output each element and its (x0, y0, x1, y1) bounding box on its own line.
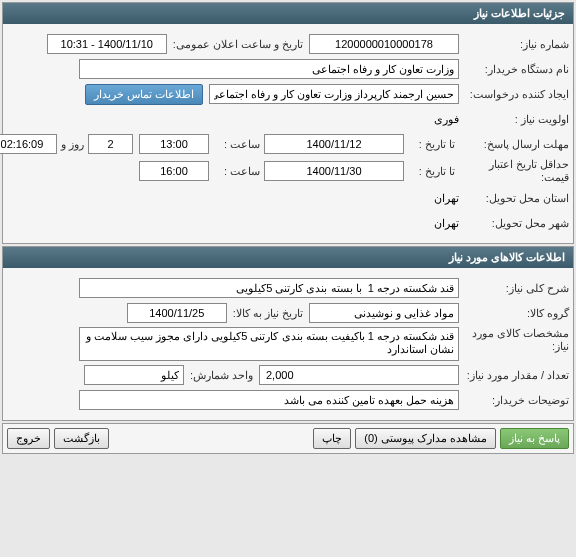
delivery-city-value: تهران (434, 217, 459, 230)
goods-body: شرح کلی نیاز: گروه کالا: تاریخ نیاز به ک… (3, 268, 573, 420)
attachments-button[interactable]: مشاهده مدارک پیوستی (0) (355, 428, 496, 449)
respond-button[interactable]: پاسخ به نیاز (500, 428, 569, 449)
priority-value: فوری (434, 113, 459, 126)
need-no-label: شماره نیاز: (459, 38, 569, 51)
buyer-notes-input[interactable] (79, 390, 459, 410)
row-deadline-send: مهلت ارسال پاسخ: تا تاریخ : ساعت : روز و… (7, 133, 569, 155)
row-spec: مشخصات کالای مورد نیاز: (7, 327, 569, 361)
price-valid-time-input[interactable] (139, 161, 209, 181)
row-price-valid: حداقل تاریخ اعتبار قیمت: تا تاریخ : ساعت… (7, 158, 569, 184)
days-remaining-input[interactable] (88, 134, 133, 154)
unit-input[interactable] (84, 365, 184, 385)
exit-button[interactable]: خروج (7, 428, 50, 449)
row-delivery-prov: استان محل تحویل: تهران (7, 187, 569, 209)
announce-input[interactable] (47, 34, 167, 54)
row-general-desc: شرح کلی نیاز: (7, 277, 569, 299)
qty-input[interactable] (259, 365, 459, 385)
back-button[interactable]: بازگشت (54, 428, 109, 449)
until-label-1: تا تاریخ : (404, 138, 459, 151)
need-details-panel: جزئیات اطلاعات نیاز شماره نیاز: تاریخ و … (2, 2, 574, 244)
spec-label: مشخصات کالای مورد نیاز: (459, 327, 569, 353)
print-button[interactable]: چاپ (313, 428, 351, 449)
goods-group-label: گروه کالا: (459, 307, 569, 320)
deadline-send-label: مهلت ارسال پاسخ: (459, 138, 569, 151)
hour-label-1: ساعت : (209, 138, 264, 151)
need-no-input[interactable] (309, 34, 459, 54)
deadline-send-time-input[interactable] (139, 134, 209, 154)
general-desc-input[interactable] (79, 278, 459, 298)
spec-textarea[interactable] (79, 327, 459, 361)
days-and-label: روز و (57, 138, 88, 151)
requester-input[interactable] (209, 84, 459, 104)
deadline-send-date-input[interactable] (264, 134, 404, 154)
need-by-label: تاریخ نیاز به کالا: (227, 307, 309, 320)
row-need-no: شماره نیاز: تاریخ و ساعت اعلان عمومی: (7, 33, 569, 55)
row-priority: اولویت نیاز : فوری (7, 108, 569, 130)
announce-label: تاریخ و ساعت اعلان عمومی: (167, 38, 309, 51)
general-desc-label: شرح کلی نیاز: (459, 282, 569, 295)
delivery-prov-value: تهران (434, 192, 459, 205)
priority-label: اولویت نیاز : (459, 113, 569, 126)
buyer-org-label: نام دستگاه خریدار: (459, 63, 569, 76)
footer-toolbar: پاسخ به نیاز مشاهده مدارک پیوستی (0) چاپ… (2, 423, 574, 454)
delivery-prov-label: استان محل تحویل: (459, 192, 569, 205)
goods-group-input[interactable] (309, 303, 459, 323)
need-details-body: شماره نیاز: تاریخ و ساعت اعلان عمومی: نا… (3, 24, 573, 243)
price-valid-date-input[interactable] (264, 161, 404, 181)
row-goods-group: گروه کالا: تاریخ نیاز به کالا: (7, 302, 569, 324)
row-buyer-notes: توضیحات خریدار: (7, 389, 569, 411)
buyer-org-input[interactable] (79, 59, 459, 79)
hour-label-2: ساعت : (209, 165, 264, 178)
row-buyer-org: نام دستگاه خریدار: (7, 58, 569, 80)
buyer-contact-button[interactable]: اطلاعات تماس خریدار (85, 84, 203, 105)
buyer-notes-label: توضیحات خریدار: (459, 394, 569, 407)
price-valid-label: حداقل تاریخ اعتبار قیمت: (459, 158, 569, 184)
unit-label: واحد شمارش: (184, 369, 259, 382)
need-by-input[interactable] (127, 303, 227, 323)
until-label-2: تا تاریخ : (404, 165, 459, 178)
need-details-header: جزئیات اطلاعات نیاز (3, 3, 573, 24)
row-delivery-city: شهر محل تحویل: تهران (7, 212, 569, 234)
row-qty: تعداد / مقدار مورد نیاز: واحد شمارش: (7, 364, 569, 386)
countdown-input[interactable] (0, 134, 57, 154)
goods-header: اطلاعات کالاهای مورد نیاز (3, 247, 573, 268)
qty-label: تعداد / مقدار مورد نیاز: (459, 369, 569, 382)
requester-label: ایجاد کننده درخواست: (459, 88, 569, 101)
delivery-city-label: شهر محل تحویل: (459, 217, 569, 230)
goods-panel: اطلاعات کالاهای مورد نیاز شرح کلی نیاز: … (2, 246, 574, 421)
row-requester: ایجاد کننده درخواست: اطلاعات تماس خریدار (7, 83, 569, 105)
